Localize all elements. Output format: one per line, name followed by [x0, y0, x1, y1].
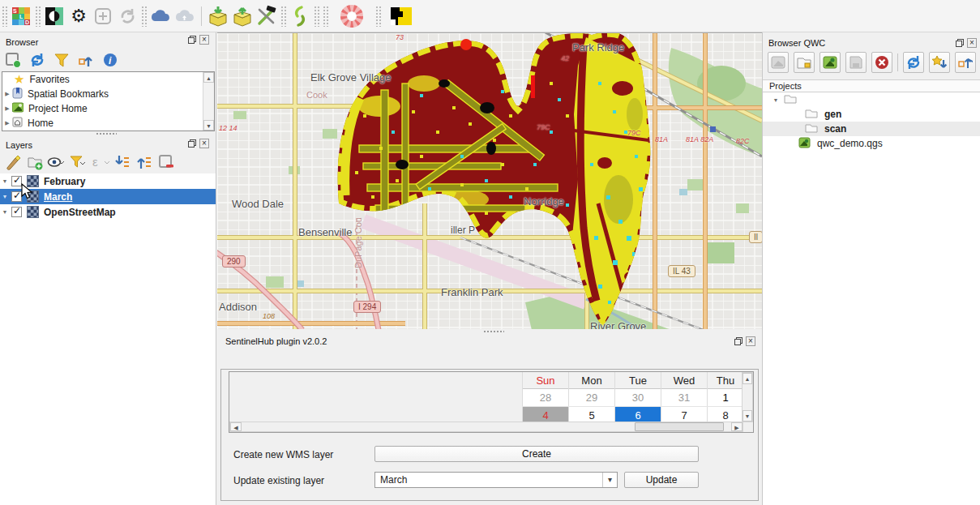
calendar-day-cell[interactable]: 8 — [707, 407, 743, 423]
update-layer-label: Update existing layer — [233, 475, 324, 486]
route-label: 79C — [537, 123, 550, 131]
calendar-vscrollbar[interactable]: ▲ ▼ — [742, 372, 753, 422]
calendar-hscrollbar[interactable]: ◀ ▶ — [229, 422, 743, 432]
scroll-down-arrow[interactable]: ▼ — [742, 410, 752, 422]
calendar-day-cell[interactable]: 5 — [568, 407, 614, 423]
qwc-item-gen[interactable]: gen — [763, 107, 980, 122]
map-themes-icon[interactable] — [47, 152, 66, 172]
toolbar-grip[interactable] — [323, 6, 328, 27]
branch-arrow-icon[interactable]: ▶ — [2, 105, 12, 112]
calendar-day-header: Sun — [522, 372, 568, 389]
close-panel-button[interactable]: × — [199, 139, 209, 148]
add-selected-layers-icon[interactable] — [3, 50, 23, 70]
town-label: Franklin Park — [441, 286, 503, 298]
toolbar-grip[interactable] — [375, 6, 381, 27]
tools-icon[interactable] — [255, 4, 279, 28]
float-panel-button[interactable] — [955, 38, 965, 48]
toolbar-grip[interactable] — [2, 6, 7, 27]
cloud-icon[interactable] — [148, 4, 173, 28]
layer-style-icon[interactable] — [42, 4, 66, 28]
browser-item-project-home[interactable]: ▶ Project Home — [2, 101, 214, 116]
browser-item-home[interactable]: ▶ Home — [2, 116, 214, 131]
info-icon[interactable]: i — [101, 50, 120, 70]
map-canvas[interactable]: Elk Grove Village Park Ridge Wood Dale B… — [217, 32, 762, 329]
refresh-icon[interactable] — [903, 52, 924, 73]
close-panel-button[interactable]: × — [746, 336, 755, 346]
calendar-day-cell-selected-blue[interactable]: 6 — [614, 407, 661, 423]
refresh-icon[interactable] — [28, 50, 47, 70]
qwc-flag-icon[interactable] — [389, 4, 413, 28]
branch-arrow-icon[interactable]: ▼ — [0, 194, 10, 199]
calendar-day-cell-selected-gray[interactable]: 4 — [522, 407, 568, 423]
expand-all-icon[interactable] — [113, 152, 132, 172]
update-button[interactable]: Update — [624, 472, 699, 488]
raster-red-spot — [460, 39, 472, 50]
layer-select-dropdown[interactable]: March ▾ — [374, 472, 618, 488]
layer-styling-icon[interactable] — [3, 152, 23, 172]
branch-arrow-icon[interactable]: ▼ — [0, 209, 10, 215]
create-button[interactable]: Create — [374, 446, 699, 462]
calendar-day-cell[interactable]: 30 — [614, 389, 661, 406]
publish-project-icon[interactable] — [820, 52, 841, 73]
new-folder-icon[interactable] — [794, 52, 815, 73]
toolbar-grip[interactable] — [280, 6, 286, 27]
qwc-item-qwc-demo[interactable]: qwc_demo.qgs — [763, 136, 980, 151]
browser-item-favorites[interactable]: ★ Favorites — [2, 72, 214, 87]
projects-header[interactable]: Projects — [763, 79, 980, 92]
toolbar-grip[interactable] — [141, 6, 147, 27]
layer-checkbox[interactable]: ✓ — [11, 207, 22, 217]
scroll-down-arrow[interactable]: ▼ — [203, 120, 214, 131]
browser-item-spatial-bookmarks[interactable]: ▶ Spatial Bookmarks — [2, 87, 214, 101]
donut-icon[interactable] — [340, 4, 364, 28]
calendar-day-cell[interactable]: 7 — [661, 407, 707, 423]
sld-plugin-icon[interactable]: SLD — [9, 4, 33, 28]
calendar-day-cell[interactable]: 31 — [661, 389, 707, 406]
collapse-all-icon[interactable] — [135, 152, 154, 172]
box-import-icon[interactable] — [206, 4, 230, 28]
calendar-day-cell[interactable]: 28 — [522, 389, 568, 406]
toolbar-grip[interactable] — [314, 6, 319, 27]
scroll-right-arrow[interactable]: ▶ — [731, 422, 742, 431]
add-plus-icon[interactable] — [91, 4, 115, 28]
qwc-root-folder-row[interactable]: ▼ — [763, 92, 980, 107]
svg-text:S: S — [13, 8, 17, 14]
branch-arrow-icon[interactable]: ▼ — [771, 97, 781, 103]
calendar-day-cell[interactable]: 1 — [707, 389, 743, 406]
collapse-all-icon[interactable] — [76, 50, 96, 70]
close-panel-button[interactable]: × — [199, 35, 209, 45]
filter-browser-icon[interactable] — [52, 50, 71, 70]
branch-arrow-icon[interactable]: ▶ — [2, 120, 12, 126]
filter-legend-icon[interactable] — [69, 152, 88, 172]
close-panel-button[interactable]: × — [967, 38, 977, 48]
collapse-all-icon[interactable] — [955, 52, 976, 73]
box-export-icon[interactable] — [230, 4, 255, 28]
calendar-day-cell[interactable]: 29 — [568, 389, 614, 406]
sentinelhub-icon[interactable] — [288, 4, 312, 28]
cloud-upload-icon[interactable] — [173, 4, 197, 28]
branch-arrow-icon[interactable]: ▶ — [2, 91, 12, 97]
scroll-up-arrow[interactable]: ▲ — [742, 373, 752, 384]
layer-row-openstreetmap[interactable]: ▼ ✓ OpenStreetMap — [0, 204, 216, 220]
refresh-disabled-icon[interactable] — [115, 4, 139, 28]
browser-tree-scrollbar[interactable]: ▲ ▼ — [203, 72, 214, 131]
float-panel-button[interactable] — [187, 139, 197, 148]
hscroll-track[interactable] — [242, 422, 731, 431]
hscroll-thumb[interactable] — [635, 422, 724, 431]
remove-layer-icon[interactable] — [156, 152, 176, 172]
branch-arrow-icon[interactable]: ▼ — [0, 178, 10, 184]
delete-project-icon[interactable] — [871, 52, 892, 73]
settings-gear-icon[interactable]: ⚙ — [66, 4, 91, 28]
filter-expression-icon[interactable]: ε — [91, 152, 110, 172]
float-panel-button[interactable] — [734, 336, 743, 346]
toolbar-grip[interactable] — [35, 6, 41, 27]
save-project-icon[interactable] — [845, 52, 867, 73]
favorites-expand-icon[interactable] — [929, 52, 950, 73]
float-panel-button[interactable] — [187, 35, 197, 45]
qwc-item-scan[interactable]: scan — [763, 122, 980, 136]
scroll-up-arrow[interactable]: ▲ — [203, 72, 214, 83]
scroll-left-arrow[interactable]: ◀ — [230, 422, 242, 431]
open-project-icon[interactable] — [768, 52, 789, 73]
mouse-cursor — [21, 183, 34, 201]
add-group-icon[interactable] — [25, 152, 45, 172]
panel-splitter[interactable] — [483, 330, 504, 334]
